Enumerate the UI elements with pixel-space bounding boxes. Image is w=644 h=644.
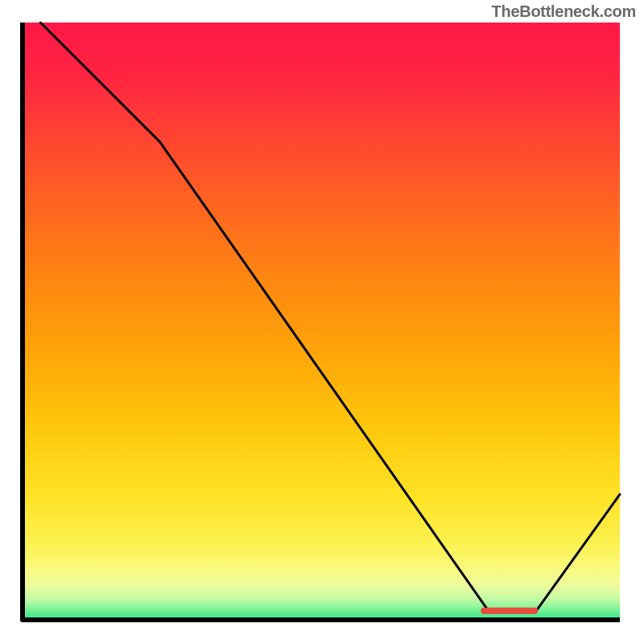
attribution-text: TheBottleneck.com: [492, 2, 636, 21]
chart-container: TheBottleneck.com: [0, 0, 644, 644]
bottleneck-chart: [0, 0, 644, 644]
